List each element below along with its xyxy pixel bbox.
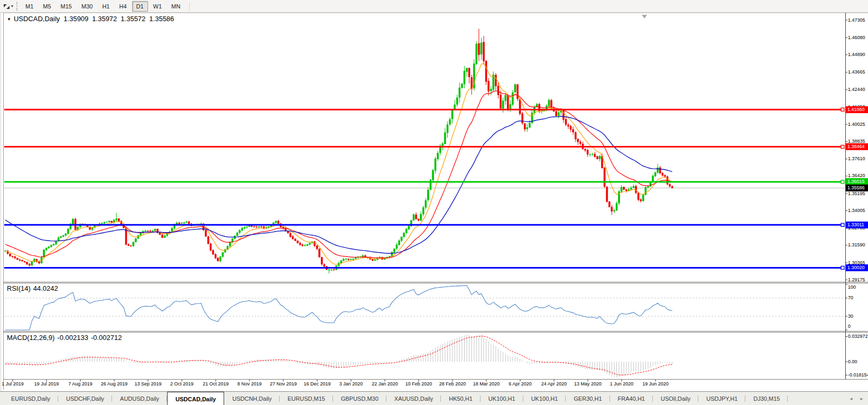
price-tick-1.29175: 1.29175 [848,277,865,283]
macd-signal-value: -0.002712 [91,334,122,342]
macd-main-value: -0.002133 [57,334,88,342]
rsi-tick-100: 100 [848,284,856,290]
timeframe-button-M5[interactable]: M5 [39,1,55,12]
timeframe-button-H4[interactable]: H4 [115,1,131,12]
tab-eurusd-m15[interactable]: EURUSD,M15 [280,392,333,405]
date-tick-8-nov-2019: 8 Nov 2019 [237,381,262,386]
date-tick-3-jan-2020: 3 Jan 2020 [339,381,363,386]
chart-tabs: EURUSD,DailyUSDCHF,DailyAUDUSD,DailyUSDC… [0,392,788,405]
tab-hk50-h1[interactable]: HK50,H1 [441,392,481,405]
price-tick-1.35195: 1.35195 [848,191,865,197]
chevron-down-icon[interactable]: ▾ [11,4,13,8]
high-value: 1.35972 [92,15,117,23]
tab-ger30-h1[interactable]: GER30,H1 [566,392,610,405]
date-tick-13-may-2020: 13 May 2020 [574,381,602,386]
price-line-label-1.33011: 1.33011 [846,222,868,228]
rsi-tick-30: 30 [848,314,853,319]
macd-tick-0.032972: 0.032972 [848,334,868,339]
close-value: 1.35586 [149,15,174,23]
tab-usdcad-daily[interactable]: USDCAD,Daily [167,392,224,405]
date-tick-27-nov-2019: 27 Nov 2019 [270,381,297,386]
timeframe-button-M15[interactable]: M15 [57,1,76,12]
tabs-scroll-right-icon[interactable]: ► [860,397,864,401]
date-tick-19-jun-2020: 19 Jun 2020 [642,381,669,386]
date-tick-26-aug-2019: 26 Aug 2019 [101,381,128,386]
date-tick-16-dec-2019: 16 Dec 2019 [303,381,330,386]
rsi-name: RSI(14) [7,284,31,292]
price-tick-1.40025: 1.40025 [848,122,865,127]
date-tick-22-jan-2020: 22 Jan 2020 [372,381,398,386]
rsi-tick-0: 0 [848,324,851,329]
rsi-indicator-label: RSI(14)44.0242 [7,284,61,292]
price-tick-1.47305: 1.47305 [848,17,865,23]
price-tick-1.42440: 1.42440 [848,87,865,93]
price-line-label-1.30020: 1.30020 [846,264,868,271]
timeframe-buttons: M1M5M15M30H1H4D1W1MN [21,1,185,12]
window-menu-icon[interactable]: ▼ [7,17,11,22]
date-tick-7-aug-2019: 7 Aug 2019 [68,381,93,386]
macd-name: MACD(12,26,9) [7,334,54,342]
tab-uk100-h1[interactable]: UK100,H1 [523,392,566,405]
mt4-window: ▾ M1M5M15M30H1H4D1W1MN ▼USDCAD,Daily1.35… [0,0,868,405]
price-tick-1.31590: 1.31590 [848,242,865,248]
tab-usdjpy-h1[interactable]: USDJPY,H1 [698,392,745,405]
toolbar-separator [189,2,190,11]
chart-title: ▼USDCAD,Daily1.359091.359721.355721.3558… [7,15,174,23]
tabs-scroll: ◄ ► [849,392,864,405]
tab-xauusd-daily[interactable]: XAUUSD,Daily [386,392,441,405]
timeframe-button-M1[interactable]: M1 [21,1,38,12]
tab-gbpusd-m30[interactable]: GBPUSD,M30 [333,392,386,405]
pointer-mode-glyph [3,3,10,10]
price-tick-1.43665: 1.43665 [848,69,865,75]
date-tick-24-apr-2020: 24 Apr 2020 [541,381,567,386]
current-price-label: 1.35586 [846,185,868,191]
chart-canvas[interactable] [0,0,868,391]
tab-eurusd-daily[interactable]: EURUSD,Daily [3,392,58,405]
toolbar-grip[interactable] [16,2,17,11]
timeframe-button-W1[interactable]: W1 [149,1,167,12]
date-tick-1-jul-2019: 1 Jul 2019 [2,381,24,386]
timeframe-button-H1[interactable]: H1 [98,1,114,12]
symbol-period-label: USDCAD,Daily [14,15,60,23]
date-tick-13-sep-2019: 13 Sep 2019 [134,381,161,386]
timeframe-button-MN[interactable]: MN [167,1,184,12]
timeframe-button-D1[interactable]: D1 [132,1,148,12]
tab-usdcnh-daily[interactable]: USDCNH,Daily [224,392,280,405]
timeframes-toolbar: ▾ M1M5M15M30H1H4D1W1MN [0,0,868,13]
price-tick-1.44890: 1.44890 [848,52,865,58]
price-tick-1.37610: 1.37610 [848,156,865,162]
timeframe-button-M30[interactable]: M30 [77,1,97,12]
tab-usoil-daily[interactable]: USOil,Daily [653,392,698,405]
tab-uk100-h1[interactable]: UK100,H1 [481,392,523,405]
tab-audusd-daily[interactable]: AUDUSD,Daily [112,392,167,405]
price-tick-1.34005: 1.34005 [848,208,865,214]
price-line-label-1.41060: 1.41060 [846,106,868,113]
open-value: 1.35909 [63,15,88,23]
chart-tabs-bar: EURUSD,DailyUSDCHF,DailyAUDUSD,DailyUSDC… [0,391,868,405]
chart-plot-area[interactable] [4,14,845,282]
date-tick-18-mar-2020: 18 Mar 2020 [473,381,500,386]
low-value: 1.35572 [121,15,145,23]
pointer-mode-icon[interactable] [2,2,11,11]
date-tick-10-feb-2020: 10 Feb 2020 [405,381,432,386]
price-line-label-1.38464: 1.38464 [846,143,868,150]
rsi-tick-70: 70 [848,295,853,301]
tabs-scroll-left-icon[interactable]: ◄ [849,397,853,401]
date-tick-28-feb-2020: 28 Feb 2020 [439,381,466,386]
date-tick-1-jun-2020: 1 Jun 2020 [610,381,634,386]
macd-tick--0.018154: -0.018154 [848,372,868,378]
date-tick-6-apr-2020: 6 Apr 2020 [509,381,532,386]
tab-usdchf-daily[interactable]: USDCHF,Daily [58,392,112,405]
price-tick-1.46080: 1.46080 [848,35,865,41]
rsi-value: 44.0242 [33,284,58,292]
tab-fra40-h1[interactable]: FRA40,H1 [610,392,653,405]
date-tick-19-jul-2019: 19 Jul 2019 [34,381,59,386]
macd-indicator-label: MACD(12,26,9)-0.002133-0.002712 [7,334,124,342]
macd-tick-0.00: 0.00 [848,359,857,365]
date-tick-2-oct-2019: 2 Oct 2019 [170,381,193,386]
date-tick-21-oct-2019: 21 Oct 2019 [202,381,228,386]
tab-dj30-m15[interactable]: DJ30,M15 [745,392,788,405]
